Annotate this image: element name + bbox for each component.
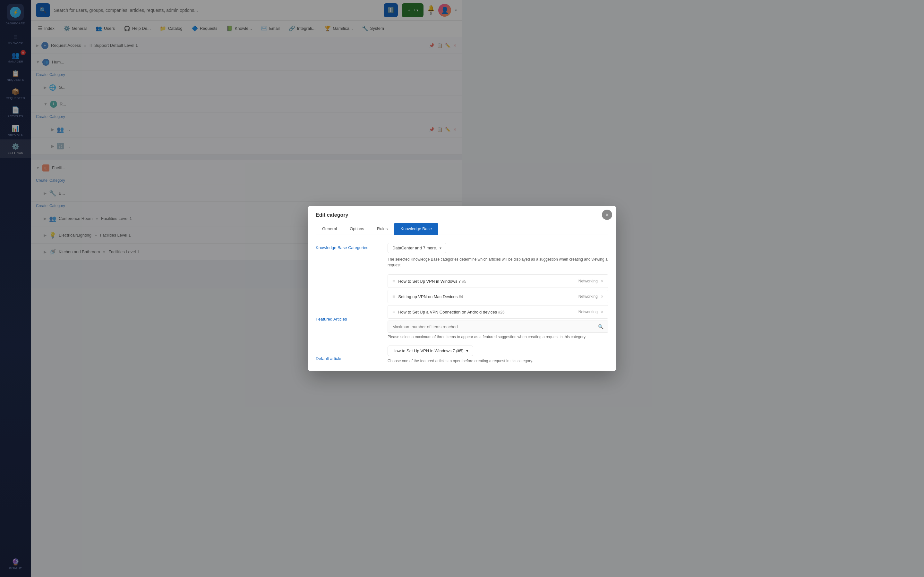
tab-options[interactable]: Options <box>343 223 371 235</box>
kb-categories-label: Knowledge Base Categories <box>316 245 380 250</box>
modal-overlay: × Edit category General Options Rules Kn… <box>31 37 462 288</box>
main-area: 🔍 ℹ️ ＋ + ▾ 🔔 0 👤 ▾ ☰ Index <box>31 0 462 288</box>
kb-dropdown-label: DataCenter and 7 more. <box>393 245 437 250</box>
modal-right-column: DataCenter and 7 more. ▾ The selected Kn… <box>380 243 462 288</box>
kb-categories-dropdown[interactable]: DataCenter and 7 more. ▾ <box>388 243 446 253</box>
content-area: ▶ + Request Access » IT Support Default … <box>31 37 462 288</box>
featured-item-1: ≡ How to Set Up VPN in Windows 7 #5 Netw… <box>388 274 462 288</box>
kb-hint: The selected Knowledge Base categories d… <box>388 256 462 268</box>
modal-body: Knowledge Base Categories Featured Artic… <box>308 235 462 288</box>
tab-rules[interactable]: Rules <box>371 223 394 235</box>
tab-general[interactable]: General <box>316 223 343 235</box>
modal-title: Edit category <box>316 212 462 218</box>
kb-dropdown-arrow-icon: ▾ <box>439 246 441 250</box>
modal-left-column: Knowledge Base Categories Featured Artic… <box>316 243 380 288</box>
drag-handle-1[interactable]: ≡ <box>393 279 395 284</box>
edit-category-modal: × Edit category General Options Rules Kn… <box>308 206 462 288</box>
featured-articles-section: ≡ How to Set Up VPN in Windows 7 #5 Netw… <box>388 274 462 288</box>
modal-header: Edit category General Options Rules Know… <box>308 206 462 235</box>
modal-tabs: General Options Rules Knowledge Base <box>316 223 462 235</box>
tab-knowledge-base[interactable]: Knowledge Base <box>394 223 438 235</box>
